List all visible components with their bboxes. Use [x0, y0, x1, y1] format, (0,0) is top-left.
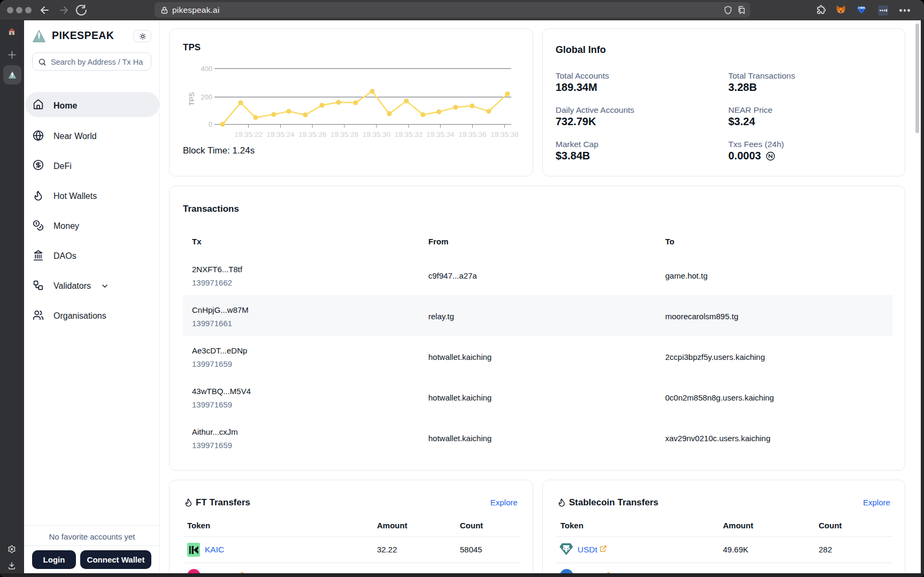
svg-text:19:35:28: 19:35:28: [330, 130, 359, 139]
svg-text:19:35:34: 19:35:34: [426, 130, 455, 139]
svg-text:19:35:32: 19:35:32: [395, 130, 423, 139]
svg-text:19:35:38: 19:35:38: [490, 130, 519, 139]
svg-text:200: 200: [201, 93, 212, 101]
svg-text:19:35:24: 19:35:24: [266, 130, 295, 139]
svg-text:19:35:30: 19:35:30: [363, 130, 391, 139]
svg-text:TPS: TPS: [188, 92, 196, 106]
svg-text:400: 400: [201, 65, 212, 73]
svg-text:19:35:36: 19:35:36: [458, 130, 487, 139]
svg-text:19:35:22: 19:35:22: [234, 130, 263, 139]
svg-text:19:35:26: 19:35:26: [298, 130, 327, 139]
svg-text:0: 0: [209, 120, 212, 128]
